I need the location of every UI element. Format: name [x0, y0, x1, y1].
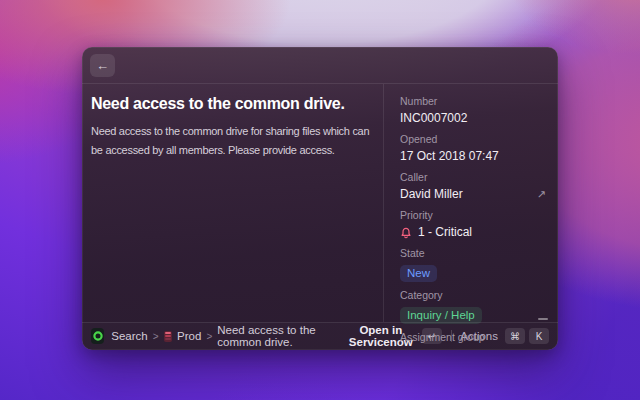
servicenow-ring-icon [92, 330, 104, 342]
priority-label: Priority [400, 209, 546, 222]
back-arrow-icon: ← [96, 58, 109, 73]
incident-description-panel: Need access to the common drive. Need ac… [82, 84, 383, 322]
caller-link[interactable]: David Miller ↗ [400, 187, 546, 202]
breadcrumb-separator: > [206, 331, 212, 342]
state-badge: New [400, 265, 437, 282]
priority-bell-icon [400, 227, 412, 239]
incident-title: Need access to the common drive. [91, 95, 383, 113]
incident-detail-window: ← Need access to the common drive. Need … [82, 47, 558, 350]
back-button[interactable]: ← [90, 54, 115, 77]
breadcrumb-root: Search [111, 330, 147, 342]
detail-body: Need access to the common drive. Need ac… [82, 84, 558, 322]
breadcrumb: Search > Prod > Need access to the commo… [111, 324, 347, 348]
scrollbar-thumb[interactable] [538, 318, 548, 320]
desktop-wallpaper: { "colors": { "servicenow_green": "#4AD6… [0, 0, 640, 400]
window-header: ← [82, 47, 558, 84]
assignment-group-label: Assignment group [400, 331, 546, 344]
caller-label: Caller [400, 171, 546, 184]
category-label: Category [400, 289, 546, 302]
external-link-icon[interactable]: ↗ [537, 188, 546, 201]
opened-value: 17 Oct 2018 07:47 [400, 149, 546, 164]
priority-row: 1 - Critical [400, 225, 546, 240]
breadcrumb-separator: > [153, 331, 159, 342]
metadata-panel: Number INC0007002 Opened 17 Oct 2018 07:… [383, 84, 558, 322]
number-value: INC0007002 [400, 111, 546, 126]
caller-value[interactable]: David Miller [400, 187, 463, 202]
priority-value: 1 - Critical [418, 225, 472, 240]
incident-description: Need access to the common drive for shar… [91, 122, 383, 160]
opened-label: Opened [400, 133, 546, 146]
state-label: State [400, 247, 546, 260]
number-label: Number [400, 95, 546, 108]
prod-instance-icon [164, 331, 173, 342]
breadcrumb-instance: Prod [177, 330, 201, 342]
breadcrumb-item: Need access to the common drive. [217, 324, 347, 348]
servicenow-logo-icon [91, 328, 104, 344]
category-badge: Inquiry / Help [400, 307, 482, 324]
